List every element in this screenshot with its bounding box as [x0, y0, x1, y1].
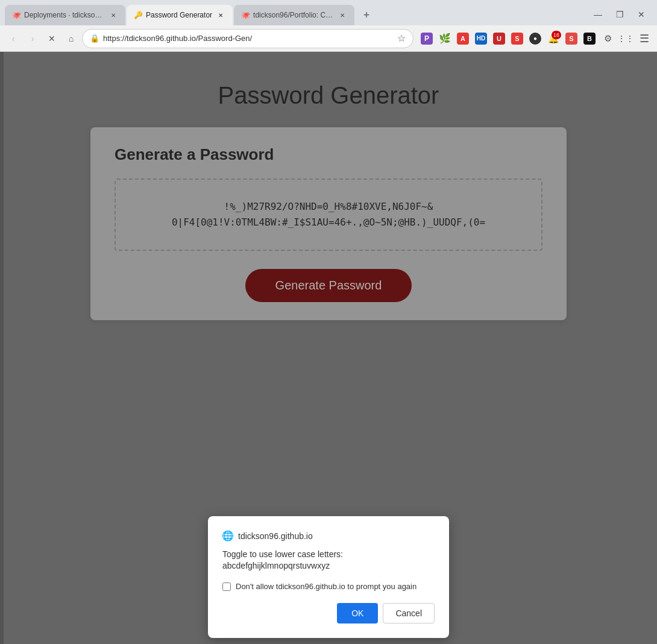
- page-content: Password Generator Generate a Password !…: [0, 52, 657, 644]
- ext-badge-button[interactable]: 🔔 16: [545, 30, 562, 47]
- dialog-origin: 🌐 tdickson96.github.io: [222, 531, 435, 541]
- globe-icon: 🌐: [222, 531, 233, 541]
- tab-title-deployments: Deployments · tdickson96/Pass...: [24, 11, 105, 19]
- tab-close-deployments[interactable]: ✕: [108, 10, 118, 20]
- toolbar-extension-icons: P 🌿 A HD U S ● 🔔 16: [418, 30, 652, 47]
- ext-stripe-button[interactable]: S: [563, 30, 580, 47]
- dialog-overlay: 🌐 tdickson96.github.io Toggle to use low…: [0, 52, 657, 644]
- menu-button[interactable]: ☰: [635, 30, 652, 47]
- ext-black-button[interactable]: B: [581, 30, 598, 47]
- tab-favicon-password-gen: 🔑: [134, 11, 142, 19]
- window-controls: — ❐ ✕: [589, 6, 650, 23]
- tab-deployments[interactable]: 🐙 Deployments · tdickson96/Pass... ✕: [5, 5, 125, 25]
- ext-green-button[interactable]: 🌿: [436, 30, 453, 47]
- forward-button[interactable]: ›: [24, 30, 41, 47]
- browser-chrome: 🐙 Deployments · tdickson96/Pass... ✕ 🔑 P…: [0, 0, 657, 52]
- tab-close-password-gen[interactable]: ✕: [216, 10, 225, 20]
- ext-s-button[interactable]: S: [509, 30, 526, 47]
- dialog-message: Toggle to use lower case letters: abcdef…: [222, 549, 435, 572]
- tab-title-password-gen: Password Generator: [146, 11, 212, 19]
- toolbar: ‹ › ✕ ⌂ 🔒 ☆ P 🌿 A HD U S: [0, 25, 657, 52]
- address-bar-container[interactable]: 🔒 ☆: [82, 29, 413, 48]
- new-tab-button[interactable]: +: [358, 7, 375, 24]
- dialog-checkbox-row: Don't allow tdickson96.github.io to prom…: [222, 582, 435, 591]
- tab-favicon-deployments: 🐙: [12, 11, 20, 19]
- restore-button[interactable]: ❐: [611, 6, 628, 23]
- dialog-origin-text: tdickson96.github.io: [238, 531, 313, 541]
- ext-acrobat-button[interactable]: A: [454, 30, 471, 47]
- ext-purple-button[interactable]: P: [418, 30, 435, 47]
- minimize-button[interactable]: —: [589, 6, 606, 23]
- back-button[interactable]: ‹: [5, 30, 22, 47]
- dont-prompt-checkbox[interactable]: [222, 582, 231, 591]
- dialog-buttons: OK Cancel: [222, 603, 435, 623]
- close-button[interactable]: ✕: [633, 6, 650, 23]
- address-input[interactable]: [103, 34, 394, 43]
- bookmark-star-icon[interactable]: ☆: [397, 33, 406, 44]
- ext-tool-button[interactable]: ⚙: [599, 30, 616, 47]
- tab-password-gen[interactable]: 🔑 Password Generator ✕: [127, 5, 233, 25]
- security-icon: 🔒: [90, 34, 99, 43]
- dont-prompt-label: Don't allow tdickson96.github.io to prom…: [236, 582, 417, 591]
- tab-close-portfolio[interactable]: ✕: [338, 10, 347, 20]
- ext-shield-button[interactable]: U: [491, 30, 508, 47]
- extensions-button[interactable]: ⋮⋮: [617, 30, 634, 47]
- tab-favicon-portfolio: 🐙: [241, 11, 250, 19]
- ext-dark-button[interactable]: ●: [527, 30, 544, 47]
- tab-bar: 🐙 Deployments · tdickson96/Pass... ✕ 🔑 P…: [0, 0, 657, 25]
- notification-badge: 16: [552, 31, 561, 39]
- dialog: 🌐 tdickson96.github.io Toggle to use low…: [208, 516, 449, 638]
- ext-hd-button[interactable]: HD: [473, 30, 489, 47]
- dialog-cancel-button[interactable]: Cancel: [383, 603, 435, 623]
- home-button[interactable]: ⌂: [63, 30, 80, 47]
- dialog-ok-button[interactable]: OK: [337, 603, 378, 623]
- tab-portfolio[interactable]: 🐙 tdickson96/Portfolio: Coding p... ✕: [234, 5, 354, 25]
- reload-button[interactable]: ✕: [43, 30, 60, 47]
- tab-title-portfolio: tdickson96/Portfolio: Coding p...: [253, 11, 334, 19]
